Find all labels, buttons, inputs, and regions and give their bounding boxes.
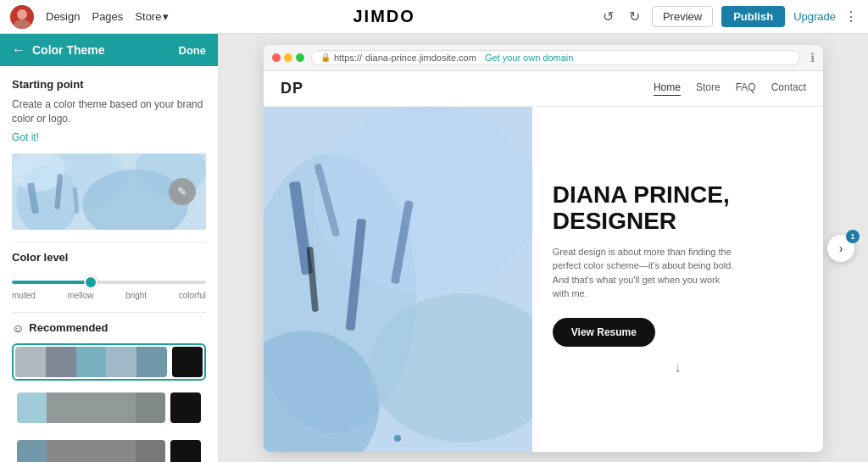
swatch-2-1 xyxy=(17,392,47,423)
svg-point-0 xyxy=(17,9,27,19)
site-main: DIANA PRINCE, DESIGNER Great design is a… xyxy=(264,107,823,452)
chevron-right-icon: › xyxy=(839,242,843,255)
notification-badge: 1 xyxy=(846,230,860,243)
color-level-slider[interactable] xyxy=(12,281,206,284)
browser-bar: 🔒 https:// diana-prince.jimdosite.com Ge… xyxy=(264,45,823,71)
main-layout: ← Color Theme Done Starting point Create… xyxy=(0,34,868,462)
done-button[interactable]: Done xyxy=(179,44,207,57)
color-level-title: Color level xyxy=(12,251,206,264)
browser-window: 🔒 https:// diana-prince.jimdosite.com Ge… xyxy=(264,45,823,452)
palette-colors-3 xyxy=(17,440,165,462)
swatch-3-3 xyxy=(76,440,106,462)
navbar-left: Design Pages Store ▾ xyxy=(10,5,169,29)
palette-row-2[interactable] xyxy=(12,387,206,428)
label-muted: muted xyxy=(12,291,36,300)
site-nav: DP Home Store FAQ Contact xyxy=(264,71,823,107)
navbar: Design Pages Store ▾ JIMDO ↺ ↻ Preview P… xyxy=(0,0,868,34)
swatch-2-2 xyxy=(47,392,76,423)
slider-labels: muted mellow bright colorful xyxy=(12,291,206,300)
sidebar-title: Color Theme xyxy=(32,43,105,57)
dot-green xyxy=(296,53,304,62)
store-nav-link[interactable]: Store ▾ xyxy=(135,10,169,23)
redo-button[interactable]: ↻ xyxy=(626,5,643,28)
palette-row-1[interactable] xyxy=(12,343,206,381)
scroll-down-arrow: ↓ xyxy=(553,360,803,376)
svg-point-1 xyxy=(14,19,31,29)
swatch-3-4 xyxy=(106,440,136,462)
starting-point-title: Starting point xyxy=(12,78,206,91)
site-nav-home[interactable]: Home xyxy=(654,81,681,96)
get-domain-link[interactable]: Get your own domain xyxy=(485,53,574,63)
dot-red xyxy=(272,53,281,62)
palette-colors-1 xyxy=(15,347,167,377)
brand-image-preview[interactable]: ✎ xyxy=(12,153,206,230)
swatch-1-3 xyxy=(76,347,107,377)
palette-colors-2 xyxy=(17,392,165,423)
swatch-3-1 xyxy=(17,440,47,462)
carousel-dot xyxy=(394,435,401,442)
svg-point-13 xyxy=(314,107,531,293)
undo-button[interactable]: ↺ xyxy=(599,5,617,28)
hero-image xyxy=(264,107,532,452)
sidebar-content: Starting point Create a color theme base… xyxy=(0,66,218,462)
upgrade-button[interactable]: Upgrade xyxy=(793,10,836,23)
browser-dots xyxy=(272,53,304,62)
site-nav-links: Home Store FAQ Contact xyxy=(654,81,806,96)
swatch-1-2 xyxy=(46,347,76,377)
pages-nav-link[interactable]: Pages xyxy=(92,10,123,23)
view-resume-button[interactable]: View Resume xyxy=(553,318,655,347)
swatch-3-5 xyxy=(136,440,165,462)
info-icon[interactable]: ℹ xyxy=(810,51,815,64)
accent-1 xyxy=(172,347,203,377)
site-nav-faq[interactable]: FAQ xyxy=(736,81,756,96)
preview-area: 🔒 https:// diana-prince.jimdosite.com Ge… xyxy=(219,34,868,462)
label-bright: bright xyxy=(125,291,147,300)
sidebar: ← Color Theme Done Starting point Create… xyxy=(0,34,219,462)
accent-3 xyxy=(170,440,201,462)
star-icon: ☺ xyxy=(12,321,24,335)
slider-container xyxy=(12,272,206,287)
site-nav-contact[interactable]: Contact xyxy=(771,81,806,96)
preview-button[interactable]: Preview xyxy=(652,6,713,27)
swatch-2-4 xyxy=(106,392,136,423)
label-mellow: mellow xyxy=(67,291,93,300)
back-arrow-icon[interactable]: ← xyxy=(12,42,25,58)
divider-1 xyxy=(12,242,206,242)
site-nav-store[interactable]: Store xyxy=(696,81,721,96)
browser-url-bar[interactable]: 🔒 https:// diana-prince.jimdosite.com Ge… xyxy=(311,50,800,65)
jimdo-logo: JIMDO xyxy=(353,7,415,26)
site-logo: DP xyxy=(281,80,303,97)
recommended-section-title: ☺ Recommended xyxy=(12,321,206,335)
edit-icon[interactable]: ✎ xyxy=(169,178,196,205)
navbar-right: ↺ ↻ Preview Publish Upgrade ⋮ xyxy=(599,5,858,28)
palette-row-3[interactable] xyxy=(12,435,206,462)
next-button[interactable]: › 1 xyxy=(827,235,854,262)
swatch-1-1 xyxy=(15,347,46,377)
url-domain: diana-prince.jimdosite.com xyxy=(365,53,476,63)
chevron-down-icon: ▾ xyxy=(163,10,169,23)
label-colorful: colorful xyxy=(179,291,206,300)
got-it-link[interactable]: Got it! xyxy=(12,131,206,143)
starting-point-desc: Create a color theme based on your brand… xyxy=(12,97,206,126)
url-prefix: https:// xyxy=(334,53,362,63)
color-level-section: Color level muted mellow bright colorful xyxy=(12,251,206,300)
swatch-1-4 xyxy=(106,347,136,377)
design-nav-link[interactable]: Design xyxy=(46,10,80,23)
navbar-center: JIMDO xyxy=(169,7,599,26)
hero-title: DIANA PRINCE, DESIGNER xyxy=(553,182,803,235)
swatch-2-5 xyxy=(136,392,165,423)
divider-2 xyxy=(12,312,206,313)
avatar[interactable] xyxy=(10,5,34,29)
more-options-button[interactable]: ⋮ xyxy=(844,8,858,25)
swatch-1-5 xyxy=(136,347,167,377)
swatch-3-2 xyxy=(47,440,76,462)
swatch-2-3 xyxy=(76,392,106,423)
sidebar-header: ← Color Theme Done xyxy=(0,34,218,66)
accent-2 xyxy=(170,392,201,423)
dot-yellow xyxy=(284,53,292,62)
hero-desc: Great design is about more than finding … xyxy=(553,245,739,301)
publish-button[interactable]: Publish xyxy=(721,6,785,27)
lock-icon: 🔒 xyxy=(320,53,331,62)
hero-content: DIANA PRINCE, DESIGNER Great design is a… xyxy=(532,107,823,452)
sidebar-header-left: ← Color Theme xyxy=(12,42,105,58)
